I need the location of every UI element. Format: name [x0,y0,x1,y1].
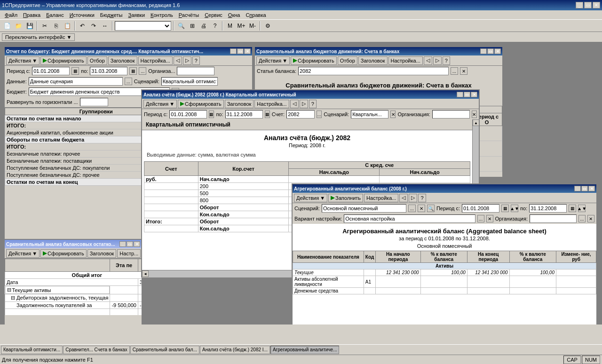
balance-comp-titlebar[interactable]: Сравнительный анализ балансовых остатко.… [5,240,142,248]
comp-nav1[interactable]: ◁ [424,56,432,65]
hscroll-left[interactable]: ◄ [142,270,149,277]
org-input[interactable] [177,67,214,75]
table-row[interactable]: Дата31. [5,279,142,286]
an-nav2[interactable]: ▷ [300,100,308,108]
new-btn[interactable]: 📄 [2,21,12,31]
undo-btn[interactable]: ↶ [77,21,87,31]
menu-control[interactable]: Контроль [148,11,176,19]
an-org-x[interactable]: ✕ [472,111,477,118]
report-settings-btn[interactable]: Настройка... [138,56,173,65]
report-titlebar[interactable]: Отчет по бюджету: Бюджет движения денежн… [5,47,252,55]
table-row[interactable]: Задолженность покупателей за -9 500,000 … [5,302,142,309]
an-header-btn[interactable]: Заголовок [225,100,254,108]
agg-org-x2[interactable]: ✕ [587,215,594,222]
minus-icon2[interactable]: ⊟ [11,295,15,301]
comparative-maximize[interactable]: ▭ [487,48,494,54]
bc-form-btn[interactable]: ▶Сформировать [40,249,87,258]
menu-help[interactable]: Справка [243,11,269,19]
scenario-input[interactable] [161,77,218,86]
bc-close[interactable]: ✕ [134,241,140,247]
period-from-input[interactable] [32,67,70,75]
agg-fill-btn[interactable]: ▶Заполнить [328,194,363,202]
an-cal-from[interactable]: ▦ [209,111,214,118]
bc-actions-btn[interactable]: Действия▼ [6,249,40,258]
analysis-close[interactable]: ✕ [471,92,477,97]
develop-input[interactable] [80,98,108,106]
report-nav1[interactable]: ◁ [174,56,182,65]
comp-form-btn[interactable]: ▶Сформировать [291,56,337,65]
an-actions-btn[interactable]: Действия▼ [143,100,177,108]
filter-btn[interactable]: 🔍 [176,21,186,31]
agg-from-input[interactable] [462,204,499,213]
agg-settings-input[interactable] [344,214,475,223]
an-settings-btn[interactable]: Настройка... [254,100,289,108]
agg-maximize[interactable]: ▭ [581,186,588,191]
bc-minimize[interactable]: _ [119,241,126,247]
sort-btn[interactable]: ⊞ [187,21,198,31]
bc-settings-btn[interactable]: Настр... [117,249,141,258]
menu-balance[interactable]: Баланс [43,11,66,19]
agg-sc-search[interactable]: 🔍 [427,205,435,212]
analysis-minimize[interactable]: _ [457,92,463,97]
table-row[interactable]: Активы [293,263,596,269]
table-row[interactable]: Общий итог [5,272,142,279]
save-btn[interactable]: 💾 [24,21,35,31]
data-input[interactable] [29,77,123,86]
agg-cal-from[interactable]: ▦ [501,205,509,212]
agg-settings-btn[interactable]: Настройка... [364,194,398,202]
report-help-btn[interactable]: ? [192,56,200,65]
balance-article-input[interactable] [298,67,449,75]
an-nav1[interactable]: ◁ [290,100,299,108]
open-btn[interactable]: 📁 [13,21,24,31]
an-to-input[interactable] [225,110,263,119]
agg-cal-to[interactable]: ▦ [569,205,576,212]
taskbar-item-2[interactable]: Сравнител... Счета в банках [63,346,130,354]
an-help-btn[interactable]: ? [309,100,317,108]
comp-header-btn[interactable]: Заголовок [358,56,388,65]
agg-from-spin[interactable]: ▲▼ [511,205,518,212]
maximize-btn[interactable]: ▭ [584,2,592,8]
table-row[interactable]: ⊟ Текущие активы [5,286,142,294]
comp-nav2[interactable]: ▷ [433,56,442,65]
minus-icon[interactable]: ⊟ [7,287,11,293]
scroll-up-btn[interactable]: ▲ [473,119,479,126]
agg-help-btn[interactable]: ? [418,194,426,202]
balance-dots-btn[interactable]: ... [451,67,458,75]
mark-btn[interactable]: M [225,21,235,31]
agg-to-input[interactable] [529,204,567,213]
menu-budgets[interactable]: Бюджеты [97,11,126,19]
agg-set-x[interactable]: ✕ [486,215,493,222]
table-row[interactable]: Денежные средства [293,288,596,294]
agg-set-dots[interactable]: ... [477,215,484,222]
cal-to-btn[interactable]: ▦ [129,67,137,75]
nav-btn[interactable]: ↔ [100,21,110,31]
comp-help-btn[interactable]: ? [443,56,450,65]
an-form-btn[interactable]: ▶Сформировать [178,100,224,108]
menu-service[interactable]: Сервис [202,11,225,19]
agg-scenario-input[interactable] [322,204,406,213]
agg-actions-btn[interactable]: Действия▼ [294,194,327,202]
comparative-minimize[interactable]: _ [480,48,487,54]
agg-sc-x[interactable]: ✕ [418,205,425,212]
table-row[interactable]: Текущие 12 341 230 000 100,00 12 341 230… [293,269,596,276]
settings-main-btn[interactable]: ⚙ [262,21,273,31]
cut-btn[interactable]: ✂ [40,21,50,31]
redo-btn[interactable]: ↷ [88,21,99,31]
report-close[interactable]: ✕ [244,48,251,54]
agg-org-input[interactable] [530,214,577,223]
report-maximize[interactable]: ▭ [237,48,244,54]
paste-btn[interactable]: 📋 [62,21,72,31]
comp-settings-btn[interactable]: Настройка... [388,56,423,65]
bc-header-btn[interactable]: Заголовок [87,249,117,258]
agg-org-x[interactable]: ... [578,215,586,222]
menu-file[interactable]: Файл [2,11,20,19]
menu-sources[interactable]: Источники [67,11,97,19]
comparative-close[interactable]: ✕ [494,48,501,54]
taskbar-item-4[interactable]: Анализ счёта (бюдж.) 2082 I... [200,346,270,354]
agg-nav2[interactable]: ▷ [409,194,417,202]
an-account-input[interactable] [286,110,315,119]
help-btn2[interactable]: ? [210,21,220,31]
agg-minimize[interactable]: _ [574,186,581,191]
period-to-input[interactable] [90,67,127,75]
report-actions-btn[interactable]: Действия▼ [6,56,40,65]
